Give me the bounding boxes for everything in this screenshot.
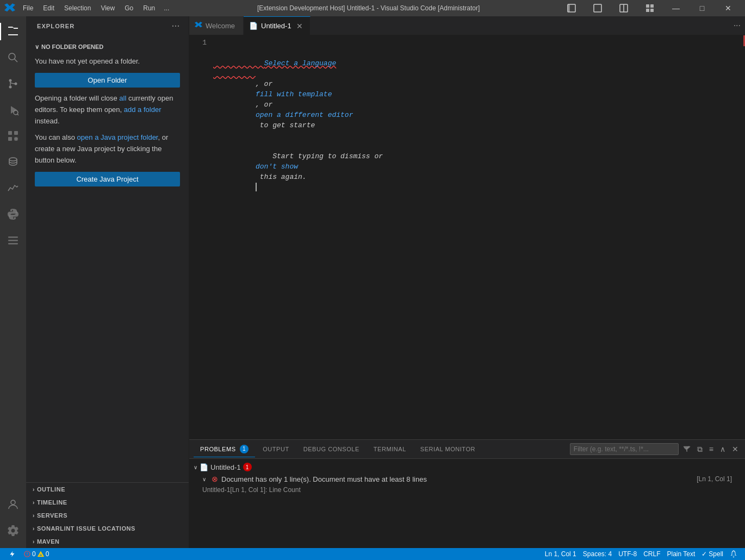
activity-monitoring[interactable] [0,175,26,201]
dont-show-link[interactable]: don't show [256,163,298,171]
menu-edit[interactable]: Edit [39,3,59,13]
status-line-ending-btn[interactable]: CRLF [640,548,663,560]
panel-collapse-up-btn[interactable]: ∧ [718,444,728,455]
sidebar-section-servers[interactable]: › SERVERS [26,509,189,522]
menu-go[interactable]: Go [120,3,138,13]
svg-rect-5 [646,4,649,8]
layout-panel-btn[interactable] [559,0,584,16]
status-errors-btn[interactable]: 0 0 [21,548,52,560]
svg-rect-24 [8,237,18,238]
panel-tab-debug-console[interactable]: DEBUG CONSOLE [297,443,366,456]
tab-close-btn[interactable]: ✕ [295,21,305,31]
no-folder-text2: Opening a folder will close all currentl… [35,93,180,127]
panel-close-btn[interactable]: ✕ [730,444,741,455]
status-spaces-btn[interactable]: Spaces: 4 [580,548,615,560]
problem-error-icon: ⊗ [212,475,218,483]
status-spell-btn[interactable]: ✓ Spell [698,548,727,560]
svg-rect-26 [8,243,18,245]
panel-tab-output[interactable]: OUTPUT [256,443,296,456]
panel: PROBLEMS 1 OUTPUT DEBUG CONSOLE TERMINAL… [189,439,745,548]
fill-template-link[interactable]: fill with template [256,90,332,98]
activity-stacks[interactable] [0,227,26,253]
activity-extensions[interactable] [0,123,26,149]
tab-welcome[interactable]: Welcome [189,16,244,35]
svg-point-32 [40,555,41,556]
collapse-all-icon[interactable]: ≡ [707,444,716,455]
status-remote-btn[interactable] [4,548,21,560]
minimize-btn[interactable]: — [663,0,688,16]
activity-settings[interactable] [0,518,26,544]
status-bar: 0 0 Ln 1, Col 1 Spaces: 4 UTF-8 CRLF Pla… [0,548,745,560]
problem-message: Document has only 1 line(s). Document mu… [221,475,693,483]
sidebar-header-actions: ··· [170,21,182,32]
close-btn[interactable]: ✕ [716,0,741,16]
activity-database[interactable] [0,149,26,175]
select-language-link[interactable]: Select a language [213,59,336,78]
editor-area: Welcome 📄 Untitled-1 ✕ ··· 1 Select a la… [189,16,745,548]
all-link[interactable]: all [119,94,126,102]
status-left: 0 0 [4,548,52,560]
activity-source-control[interactable] [0,71,26,97]
menu-file[interactable]: File [18,3,38,13]
sidebar-section-timeline[interactable]: › TIMELINE [26,496,189,509]
menu-more[interactable]: ... [160,3,172,13]
menu-selection[interactable]: Selection [60,3,95,13]
servers-label: SERVERS [37,512,67,519]
vscode-tab-icon [195,21,202,30]
open-java-link[interactable]: open a Java project folder [77,133,158,141]
titlebar-menu: File Edit Selection View Go Run ... [18,3,172,13]
add-folder-link[interactable]: add a folder [124,105,162,114]
panel-filter-input[interactable] [570,443,679,455]
filter-icon[interactable] [681,444,693,455]
layout-editor-btn[interactable] [585,0,610,16]
open-editor-link[interactable]: open a different editor [256,111,353,119]
panel-tab-terminal[interactable]: TERMINAL [367,443,413,456]
activity-python[interactable] [0,201,26,227]
problem-filename: Untitled-1 [210,463,241,471]
editor-text-area[interactable]: Select a language , or fill with templat… [211,35,745,439]
editor-content[interactable]: 1 Select a language , or fill with templ… [189,35,745,439]
svg-rect-2 [594,4,601,12]
no-folder-text1: You have not yet opened a folder. [35,56,180,67]
panel-tab-problems[interactable]: PROBLEMS 1 [194,441,255,457]
svg-point-11 [9,86,12,89]
status-right: Ln 1, Col 1 Spaces: 4 UTF-8 CRLF Plain T… [542,548,741,560]
panel-filter: ⧉ ≡ ∧ ✕ [570,443,741,455]
sidebar-section-sonarlint[interactable]: › SONARLINT ISSUE LOCATIONS [26,522,189,535]
problem-item-1[interactable]: ∨ ⊗ Document has only 1 line(s). Documen… [189,473,745,485]
status-notifications-btn[interactable] [727,548,741,560]
problem-group-untitled1[interactable]: ∨ 📄 Untitled-1 1 [189,461,745,473]
main-container: Explorer ··· ∨ No Folder Opened You have… [0,16,745,548]
create-java-btn[interactable]: Create Java Project [35,172,180,186]
activity-run[interactable] [0,97,26,123]
spell-label: Spell [709,550,723,558]
menu-run[interactable]: Run [139,3,159,13]
line-numbers: 1 [189,35,211,439]
status-encoding-btn[interactable]: UTF-8 [615,548,640,560]
copy-icon[interactable]: ⧉ [695,444,705,455]
sidebar-section-maven[interactable]: › MAVEN [26,535,189,548]
panel-tab-serial-monitor[interactable]: SERIAL MONITOR [414,443,482,456]
svg-rect-7 [646,9,649,12]
status-language-btn[interactable]: Plain Text [664,548,699,560]
layout-split-btn[interactable] [611,0,636,16]
tab-bar-more-btn[interactable]: ··· [729,16,745,35]
svg-point-12 [9,79,12,82]
status-position-btn[interactable]: Ln 1, Col 1 [542,548,580,560]
activity-search[interactable] [0,45,26,71]
tab-untitled1[interactable]: 📄 Untitled-1 ✕ [244,16,311,35]
activity-explorer[interactable] [0,18,26,45]
open-folder-btn[interactable]: Open Folder [35,73,180,88]
activity-accounts[interactable] [0,491,26,518]
line-number-1: 1 [189,38,207,48]
titlebar: File Edit Selection View Go Run ... [Ext… [0,0,745,16]
menu-view[interactable]: View [96,3,119,13]
svg-rect-17 [8,131,12,135]
maximize-btn[interactable]: □ [690,0,715,16]
maven-chevron: › [33,539,35,545]
sidebar-more-btn[interactable]: ··· [170,21,182,32]
sidebar-section-outline[interactable]: › OUTLINE [26,483,189,496]
layout-grid-btn[interactable] [637,0,662,16]
no-folder-chevron: ∨ [35,42,39,52]
maven-label: MAVEN [37,538,60,545]
